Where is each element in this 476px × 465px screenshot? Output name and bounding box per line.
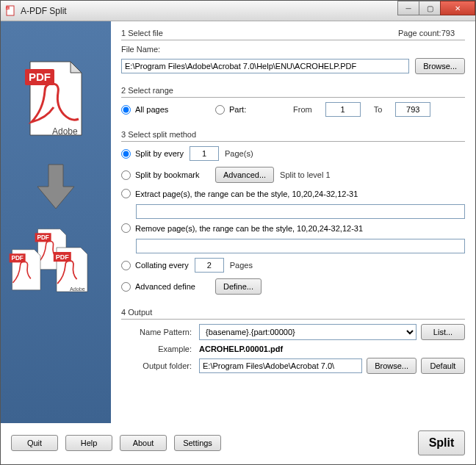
split-to-level-label: Split to level 1 (280, 170, 330, 179)
window-controls: ─ ▢ ✕ (398, 1, 475, 15)
svg-text:PDF: PDF (37, 234, 49, 241)
collating-input[interactable] (195, 258, 224, 273)
collating-pages-label: Pages (230, 261, 253, 270)
radio-split-bookmark[interactable]: Split by bookmark (121, 170, 209, 180)
pages-suffix: Page(s) (225, 149, 253, 158)
svg-text:PDF: PDF (56, 253, 70, 261)
to-label: To (374, 105, 383, 114)
to-input[interactable] (395, 102, 430, 117)
file-name-input[interactable] (121, 59, 409, 73)
advanced-bookmark-button[interactable]: Advanced... (215, 167, 274, 183)
help-button[interactable]: Help (65, 435, 112, 451)
content: 1 Select file Page count:793 File Name: … (111, 21, 475, 423)
browse-output-button[interactable]: Browse... (367, 358, 416, 374)
arrow-down-icon (34, 161, 78, 212)
svg-text:PDF: PDF (7, 7, 11, 10)
window-title: A-PDF Split (21, 6, 67, 16)
from-input[interactable] (325, 102, 361, 117)
output-folder-label: Output folder: (121, 361, 195, 370)
about-button[interactable]: About (120, 435, 167, 451)
quit-button[interactable]: Quit (11, 435, 58, 451)
app-icon: PDF (5, 5, 17, 17)
titlebar: PDF A-PDF Split ─ ▢ ✕ (1, 1, 475, 21)
file-name-label: File Name: (121, 45, 160, 54)
remove-range-input[interactable] (136, 239, 465, 253)
sidebar: PDF Adobe PDF PDF PDFAdobe (1, 21, 111, 423)
section-select-range: 2 Select range All pages Part: From To (121, 86, 465, 123)
radio-advanced-define[interactable]: Advanced define (121, 282, 209, 292)
svg-text:Adobe: Adobe (70, 286, 85, 292)
section-select-file: 1 Select file Page count:793 File Name: … (121, 29, 465, 79)
radio-split-every[interactable]: Split by every (121, 149, 184, 159)
footer: Quit Help About Settings Split (1, 423, 475, 464)
body: PDF Adobe PDF PDF PDFAdobe 1 Select file… (1, 21, 475, 423)
define-button[interactable]: Define... (215, 278, 262, 295)
section3-title: 3 Select split method (121, 130, 465, 142)
default-output-button[interactable]: Default (421, 358, 465, 374)
close-button[interactable]: ✕ (440, 1, 475, 15)
radio-collating[interactable]: Collating every (121, 261, 189, 270)
maximize-button[interactable]: ▢ (419, 1, 441, 15)
svg-text:Adobe: Adobe (52, 126, 78, 137)
name-pattern-select[interactable]: {basename}.{part:00000} (199, 324, 416, 340)
from-label: From (293, 105, 312, 114)
page-count-display: Page count:793 (398, 29, 455, 37)
radio-extract[interactable]: Extract page(s), the range can be the st… (121, 189, 358, 198)
name-pattern-label: Name Pattern: (121, 328, 195, 336)
minimize-button[interactable]: ─ (397, 1, 419, 15)
list-button[interactable]: List... (421, 324, 465, 340)
radio-remove[interactable]: Remove page(s), the range can be the sty… (121, 223, 363, 233)
app-window: PDF A-PDF Split ─ ▢ ✕ PDF Adobe PDF PDF (0, 0, 476, 465)
example-value: ACROHELP.00001.pdf (199, 345, 465, 353)
page-count-label: Page count: (398, 29, 441, 37)
svg-text:PDF: PDF (11, 255, 24, 262)
settings-button[interactable]: Settings (174, 435, 221, 451)
pdf-source-icon: PDF Adobe (23, 58, 89, 139)
pdf-result-cluster-icon: PDF PDF PDFAdobe (8, 227, 104, 300)
section-output: 4 Output Name Pattern: {basename}.{part:… (121, 308, 465, 374)
svg-text:PDF: PDF (29, 71, 51, 83)
split-button[interactable]: Split (418, 430, 465, 455)
page-count-value: 793 (441, 29, 455, 37)
section4-title: 4 Output (121, 308, 465, 320)
output-folder-input[interactable] (199, 358, 362, 373)
browse-file-button[interactable]: Browse... (415, 58, 465, 74)
section-split-method: 3 Select split method Split by every Pag… (121, 130, 465, 300)
extract-range-input[interactable] (136, 204, 465, 219)
radio-all-pages[interactable]: All pages (121, 105, 202, 115)
section2-title: 2 Select range (121, 86, 465, 98)
split-every-input[interactable] (190, 146, 219, 161)
radio-part[interactable]: Part: (215, 105, 252, 115)
example-label: Example: (121, 345, 195, 353)
